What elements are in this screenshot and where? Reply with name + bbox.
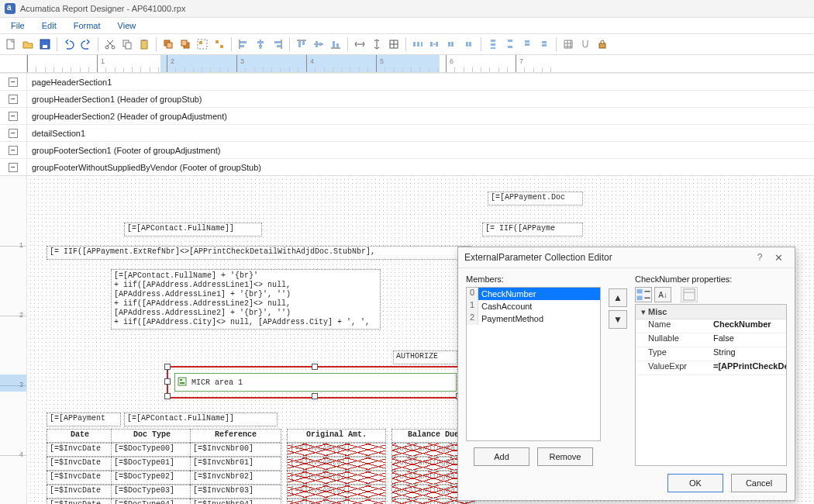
cut-icon[interactable] (102, 36, 118, 52)
section-header[interactable]: −pageHeaderSection1 (0, 73, 814, 90)
table-header[interactable]: Reference (190, 429, 281, 443)
dialog-title-bar[interactable]: ExternalParameter Collection Editor ? ✕ (458, 247, 795, 268)
paste-icon[interactable] (136, 36, 152, 52)
cell-reference[interactable]: [=$InvcNbr01] (190, 457, 281, 471)
align-top-icon[interactable] (294, 36, 309, 52)
cell-reference[interactable]: [=$InvcNbr00] (190, 443, 281, 457)
cancel-button[interactable]: Cancel (731, 474, 787, 492)
cell-reference[interactable]: [=$InvcNbr03] (190, 485, 281, 499)
field-iif-extrefnbr[interactable]: [= IIF([APPayment.ExtRefNbr]<>[APPrintCh… (47, 246, 471, 260)
section-header[interactable]: −groupHeaderSection1 (Header of groupStu… (0, 90, 814, 107)
cell-doctype[interactable]: [=$DocType01] (111, 457, 193, 471)
section-header[interactable]: −detailSection1 (0, 124, 814, 141)
ok-button[interactable]: OK (667, 474, 723, 492)
cell-doctype[interactable]: [=$DocType02] (111, 471, 193, 485)
same-height-icon[interactable] (369, 36, 385, 52)
hspace-dec-icon[interactable] (444, 36, 460, 52)
new-icon[interactable] (3, 36, 19, 52)
expand-icon[interactable]: − (9, 146, 18, 155)
align-bottom-icon[interactable] (328, 36, 343, 52)
same-size-icon[interactable] (386, 36, 402, 52)
align-center-icon[interactable] (253, 36, 268, 52)
align-left-icon[interactable] (236, 36, 251, 52)
member-item[interactable]: 2PaymentMethod (467, 312, 600, 325)
cell-original-amt[interactable]: [=$InvcAmt01] (287, 457, 386, 471)
move-up-button[interactable]: ▲ (609, 288, 627, 307)
bring-front-icon[interactable] (160, 36, 176, 52)
expand-icon[interactable]: − (9, 78, 18, 87)
menu-format[interactable]: Format (66, 19, 109, 32)
menu-view[interactable]: View (110, 19, 144, 32)
field-address-block[interactable]: [=[APContact.FullName] + '{br}' + iif([A… (111, 269, 381, 330)
redo-icon[interactable] (78, 36, 94, 52)
grid-icon[interactable] (560, 36, 576, 52)
field-appayment-doc[interactable]: [=[APPayment.Doc (488, 192, 583, 205)
remove-button[interactable]: Remove (537, 447, 593, 466)
cell-reference[interactable]: [=$InvcNbr04] (190, 499, 281, 504)
cell-original-amt[interactable]: [=$InvcAmt04] (287, 499, 386, 504)
dialog-close-icon[interactable]: ✕ (768, 252, 788, 264)
cell-original-amt[interactable]: [=$InvcAmt02] (287, 471, 386, 485)
subreport-micr-area[interactable]: MICR area 1 (174, 373, 457, 392)
align-middle-icon[interactable] (311, 36, 326, 52)
expand-icon[interactable]: − (9, 163, 18, 172)
group-icon[interactable] (195, 36, 210, 52)
vspace-equal-icon[interactable] (485, 36, 501, 52)
cell-invcdate[interactable]: [=$InvcDate (47, 471, 113, 485)
cell-invcdate[interactable]: [=$InvcDate (47, 443, 113, 457)
member-item[interactable]: 1CashAccount (467, 300, 600, 312)
property-row[interactable]: ValueExpr=[APPrintCheckDetai (636, 361, 786, 375)
field-apcontact-fullname-2[interactable]: [=[APContact.FullName]] (124, 413, 278, 426)
table-header[interactable]: Original Amt. (287, 429, 386, 443)
property-pages-icon[interactable] (681, 287, 698, 302)
cell-doctype[interactable]: [=$DocType04] (111, 499, 193, 504)
resize-handle[interactable] (164, 364, 171, 370)
snap-icon[interactable] (578, 36, 593, 52)
hspace-equal-icon[interactable] (410, 36, 426, 52)
cell-original-amt[interactable]: [=$InvcAmt00] (287, 443, 386, 457)
cell-invcdate[interactable]: [=$InvcDate (47, 485, 113, 499)
open-icon[interactable] (20, 36, 36, 52)
member-item[interactable]: 0CheckNumber (467, 288, 600, 300)
cell-doctype[interactable]: [=$DocType03] (111, 485, 193, 499)
resize-handle[interactable] (312, 364, 318, 370)
ungroup-icon[interactable] (212, 36, 227, 52)
field-iif-appayme[interactable]: [= IIF([APPayme (482, 223, 583, 236)
copy-icon[interactable] (119, 36, 135, 52)
cell-original-amt[interactable]: [=$InvcAmt03] (287, 485, 386, 499)
members-list[interactable]: 0CheckNumber1CashAccount2PaymentMethod (466, 287, 601, 441)
resize-handle[interactable] (164, 378, 171, 385)
same-width-icon[interactable] (352, 36, 367, 52)
resize-handle[interactable] (312, 393, 318, 399)
undo-icon[interactable] (61, 36, 77, 52)
vspace-dec-icon[interactable] (519, 36, 535, 52)
horizontal-ruler[interactable]: 1234567 (0, 55, 814, 73)
categorized-icon[interactable] (635, 287, 652, 302)
section-header[interactable]: −groupFooterSection1 (Footer of groupAdj… (0, 141, 814, 158)
menu-file[interactable]: File (3, 19, 33, 32)
section-header[interactable]: −groupFooterWithoutSuppliedByVendor (Foo… (0, 158, 814, 175)
cell-reference[interactable]: [=$InvcNbr02] (190, 471, 281, 485)
field-appayment[interactable]: [=[APPayment (47, 413, 121, 426)
label-authorize[interactable]: AUTHORIZE (393, 350, 457, 364)
cell-invcdate[interactable]: [=$InvcDate (47, 457, 113, 471)
expand-icon[interactable]: − (9, 129, 18, 138)
save-icon[interactable] (37, 36, 53, 52)
property-row[interactable]: NullableFalse (636, 333, 786, 347)
lock-icon[interactable] (595, 36, 610, 52)
vertical-ruler[interactable]: 12345 (0, 176, 27, 504)
alphabetical-icon[interactable]: A↓ (654, 287, 671, 302)
send-back-icon[interactable] (178, 36, 193, 52)
property-grid[interactable]: ▾Misc NameCheckNumberNullableFalseTypeSt… (635, 304, 787, 466)
property-row[interactable]: NameCheckNumber (636, 319, 786, 333)
section-header[interactable]: −groupHeaderSection2 (Header of groupAdj… (0, 107, 814, 124)
cell-doctype[interactable]: [=$DocType00] (111, 443, 193, 457)
align-right-icon[interactable] (270, 36, 285, 52)
move-down-button[interactable]: ▼ (609, 310, 627, 329)
dialog-help-icon[interactable]: ? (751, 252, 768, 263)
expand-icon[interactable]: − (9, 95, 18, 104)
expand-icon[interactable]: − (9, 112, 18, 121)
hspace-inc-icon[interactable] (427, 36, 443, 52)
add-button[interactable]: Add (474, 447, 529, 466)
table-header[interactable]: Doc Type (111, 429, 193, 443)
